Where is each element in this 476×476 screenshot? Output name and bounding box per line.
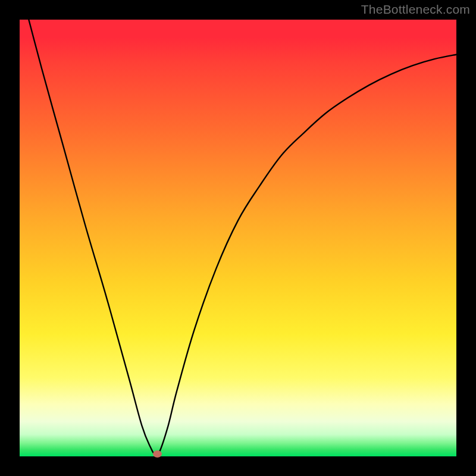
min-point-marker (153, 450, 162, 458)
watermark-text: TheBottleneck.com (361, 2, 470, 17)
plot-area (20, 20, 456, 456)
bottleneck-curve (20, 20, 456, 455)
curve-svg (20, 20, 456, 456)
outer-frame: TheBottleneck.com (0, 0, 476, 476)
